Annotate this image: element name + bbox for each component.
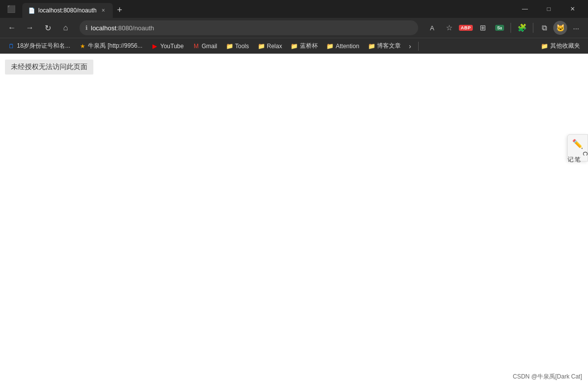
close-button[interactable]: ✕	[561, 0, 584, 18]
folder-icon-tools: 📁	[226, 43, 233, 50]
favorites-star-button[interactable]: ☆	[441, 20, 457, 36]
bookmark-item-9[interactable]: 📁 博客文章	[364, 40, 405, 52]
other-bookmarks-label: 其他收藏夹	[550, 42, 580, 50]
bookmark-item-7[interactable]: 📁 蓝桥杯	[287, 40, 322, 52]
bookmark-star-icon: ★	[79, 43, 86, 50]
status-bar: CSDN @牛泉禹[Dark Cat]	[507, 371, 588, 383]
bookmarks-more-button[interactable]: ›	[406, 41, 414, 52]
font-icon: A	[430, 24, 435, 32]
title-bar-left: ⬛	[4, 3, 18, 15]
address-bar[interactable]: ℹ localhost:8080/noauth	[79, 20, 418, 35]
folder-icon-blog: 📁	[368, 43, 375, 50]
bookmark-label-5: Tools	[235, 43, 249, 50]
bookmark-item-6[interactable]: 📁 Relax	[254, 41, 286, 51]
tab-actions-button[interactable]: ⧉	[536, 20, 552, 36]
title-bar: ⬛ 📄 localhost:8080/noauth × + — □ ✕	[0, 0, 588, 18]
minimize-button[interactable]: —	[514, 0, 536, 18]
s2-button[interactable]: S₂	[492, 20, 508, 36]
tab-favicon-icon: 📄	[28, 7, 35, 14]
extensions-button[interactable]: 🧩	[514, 20, 530, 36]
extensions-icon: 🧩	[517, 23, 527, 32]
other-bookmarks-icon: 📁	[541, 43, 548, 50]
bookmark-label-7: 蓝桥杯	[300, 42, 318, 50]
tab-close-button[interactable]: ×	[99, 6, 107, 15]
refresh-button[interactable]: ↻	[40, 20, 56, 36]
side-widget-icon: ✏️	[572, 139, 583, 150]
bookmarks-separator	[418, 42, 419, 51]
bookmark-item-5[interactable]: 📁 Tools	[222, 41, 253, 51]
page-content: 未经授权无法访问此页面	[0, 54, 588, 352]
folder-icon-attention: 📁	[327, 43, 334, 50]
back-button[interactable]: ←	[4, 20, 20, 36]
bookmark-label-4: Gmail	[202, 43, 217, 50]
bookmark-item-3[interactable]: ▶ YouTube	[147, 41, 188, 51]
bookmark-label-9: 博客文章	[377, 42, 401, 50]
bookmark-label-3: YouTube	[160, 43, 184, 50]
forward-icon: →	[26, 23, 34, 32]
collections-icon: ⊞	[480, 23, 486, 32]
star-icon: ☆	[446, 23, 452, 32]
collections-button[interactable]: ⊞	[475, 20, 491, 36]
security-icon: ℹ	[85, 24, 88, 31]
bookmark-label-1: 18岁身份证号和名...	[17, 42, 70, 50]
maximize-button[interactable]: □	[537, 0, 560, 18]
profile-button[interactable]: 🐱	[553, 21, 567, 35]
folder-icon-relax: 📁	[258, 43, 265, 50]
gmail-icon: M	[193, 43, 200, 50]
side-widget[interactable]: ✏️ C笔记	[567, 134, 588, 161]
s2-badge: S₂	[495, 25, 504, 31]
more-button[interactable]: ···	[568, 20, 584, 36]
unauthorized-message: 未经授权无法访问此页面	[5, 60, 93, 75]
new-tab-button[interactable]: +	[113, 4, 126, 16]
tab-title: localhost:8080/noauth	[38, 7, 96, 14]
side-widget-text: C笔记	[567, 152, 588, 157]
tab-area: 📄 localhost:8080/noauth × +	[22, 0, 510, 18]
abp-badge: ABP	[459, 25, 473, 31]
bookmark-label-6: Relax	[267, 43, 282, 50]
address-host: localhost	[91, 24, 116, 32]
abp-button[interactable]: ABP	[458, 20, 474, 36]
sidebar-toggle-icon[interactable]: ⬛	[4, 3, 18, 15]
avatar-icon: 🐱	[556, 24, 565, 32]
tab-actions-icon: ⧉	[542, 23, 547, 32]
navigation-bar: ← → ↻ ⌂ ℹ localhost:8080/noauth A ☆ ABP …	[0, 18, 588, 38]
forward-button[interactable]: →	[22, 20, 38, 36]
nav-divider	[511, 23, 511, 33]
active-tab[interactable]: 📄 localhost:8080/noauth ×	[22, 3, 113, 18]
bookmark-label-8: Attention	[336, 43, 359, 50]
other-bookmarks-button[interactable]: 📁 其他收藏夹	[537, 40, 584, 52]
status-text: CSDN @牛泉禹[Dark Cat]	[513, 373, 582, 380]
bookmark-item-1[interactable]: 🗒 18岁身份证号和名...	[4, 40, 74, 52]
bookmark-page-icon: 🗒	[8, 43, 15, 50]
nav-right-icons: A ☆ ABP ⊞ S₂ 🧩 ⧉ 🐱 ···	[424, 20, 584, 36]
address-separator: :8080/noauth	[116, 24, 154, 32]
bookmark-label-2: 牛泉禹 [http://9956...	[88, 42, 142, 50]
home-button[interactable]: ⌂	[58, 20, 74, 36]
more-icon: ···	[573, 24, 580, 32]
window-controls: — □ ✕	[514, 0, 584, 18]
bookmark-item-2[interactable]: ★ 牛泉禹 [http://9956...	[75, 40, 146, 52]
bookmark-item-8[interactable]: 📁 Attention	[323, 41, 363, 51]
home-icon: ⌂	[63, 23, 68, 32]
refresh-icon: ↻	[45, 23, 51, 33]
bookmark-item-4[interactable]: M Gmail	[189, 41, 221, 51]
back-icon: ←	[8, 23, 16, 32]
address-text: localhost:8080/noauth	[91, 24, 412, 32]
bookmarks-bar: 🗒 18岁身份证号和名... ★ 牛泉禹 [http://9956... ▶ Y…	[0, 38, 588, 54]
youtube-icon: ▶	[151, 43, 158, 50]
reader-view-button[interactable]: A	[424, 20, 440, 36]
nav-divider-2	[533, 23, 533, 33]
folder-icon-lanqiao: 📁	[291, 43, 298, 50]
